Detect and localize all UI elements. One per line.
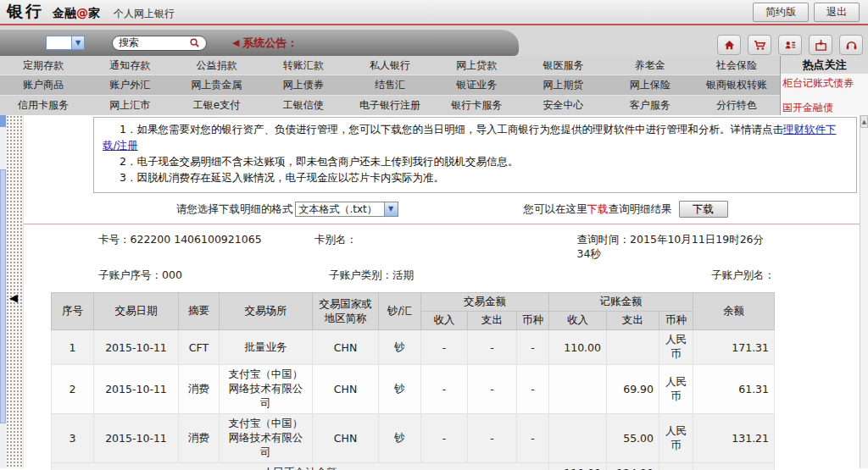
total-label: 人民币合计金额 [52,463,549,470]
scroll-up-icon[interactable]: ▲ [860,115,868,128]
nav-item[interactable]: 银证业务 [433,78,520,92]
notes-box: 1．如果您需要对您的银行资产、负债进行管理，您可以下载您的当日明细，导入工商银行… [93,117,857,193]
download-hint-link[interactable]: 下载 [587,202,609,215]
note-2: 2．电子现金交易明细不含未达账项，即未包含商户还未上传到我行的脱机交易信息。 [103,153,848,169]
nav-item[interactable]: 工银e支付 [173,98,259,113]
transaction-table: 序号 交易日期 摘要 交易场所 交易国家或地区简称 钞/汇 交易金额 记账金额 … [51,292,775,470]
nav-item[interactable]: 安全中心 [520,98,606,113]
col-summary: 摘要 [179,293,220,330]
table-total-row: 人民币合计金额 110.00 124.90 [52,463,775,470]
col-txn-cur: 币种 [517,312,549,330]
hot-topics-title: 热点关注 [781,56,868,74]
table-row: 3 2015-10-11 消费 支付宝（中国）网络技术有限公司 CHN 钞 - … [52,414,775,463]
nav-item[interactable]: 分行特色 [693,98,780,113]
top-bar: 银行 金融@家 个人网上银行 简约版 退出 [0,0,868,25]
nav-item[interactable]: 转账汇款 [260,58,347,73]
nav-item[interactable]: 网上保险 [607,78,693,92]
nav-item[interactable]: 工银信使 [260,98,347,113]
content-area: ◀ ▲ 1．如果您需要对您的银行资产、负债进行管理，您可以下载您的当日明细，导入… [0,115,868,468]
col-balance: 余额 [693,293,775,330]
headset-icon[interactable] [839,35,863,55]
card-number: 卡号：622200 1406100921065 [98,233,314,262]
hot-link-otc-bonds[interactable]: 柜台记账式债券 [781,74,868,91]
col-book-in: 收入 [549,312,607,330]
nav-item[interactable]: 养老金 [607,58,693,73]
search-input[interactable]: 搜索 [112,36,207,51]
announcement-speaker-icon: ◀ [232,37,239,48]
home-icon[interactable] [717,35,741,55]
collapse-left-icon[interactable]: ◀ [9,291,18,304]
divider [24,224,860,224]
col-country: 交易国家或地区简称 [313,293,379,330]
left-scrollbar-thumb[interactable] [0,169,6,423]
page-title: 个人网上银行 [114,7,175,21]
nav-row-3: 信用卡服务 网上汇市 工银e支付 工银信使 电子银行注册 银行卡服务 安全中心 … [0,96,780,115]
quick-icon-bar [717,35,863,55]
left-scrollbar-button[interactable] [0,115,6,127]
download-button[interactable]: 下载 [679,201,728,218]
nav-item[interactable]: 银商银权转账 [693,78,780,92]
nav-rows: 定期存款 通知存款 公益捐款 转账汇款 私人银行 网上贷款 银医服务 养老金 社… [0,56,780,115]
brand: 银行 金融@家 个人网上银行 [7,1,175,23]
card-alias: 卡别名： [314,233,577,262]
nav-item[interactable]: 网上债券 [260,78,347,92]
nav-item[interactable]: 私人银行 [347,58,433,73]
chevron-down-icon[interactable]: ▼ [71,36,84,49]
hot-link-cdb-bonds[interactable]: 国开金融债 [781,98,868,115]
sub-account-seq: 子账户序号：000 [98,268,329,283]
nav-item[interactable]: 定期存款 [0,58,86,73]
nav-item[interactable]: 网上期货 [520,78,606,92]
col-book-cur: 币种 [659,312,693,330]
nav-item[interactable]: 电子银行注册 [347,98,433,113]
nav-item[interactable]: 客户服务 [607,98,693,113]
nav-item[interactable]: 网上贷款 [433,58,520,73]
top-actions: 简约版 退出 [753,3,860,22]
toolbar: ▼ 搜索 ◀ 系统公告： [0,25,868,56]
col-group-txn-amount: 交易金额 [421,293,549,312]
sub-account-alias: 子账户别名： [711,268,775,283]
download-hint: 您可以在这里下载查询明细结果 [524,202,672,217]
table-header: 序号 交易日期 摘要 交易场所 交易国家或地区简称 钞/汇 交易金额 记账金额 … [52,293,775,330]
nav-item[interactable]: 信用卡服务 [0,98,86,113]
contacts-icon[interactable] [778,35,802,55]
nav-item[interactable]: 结售汇 [347,78,433,92]
nav-item[interactable]: 银医服务 [520,58,606,73]
content-inner: 1．如果您需要对您的银行资产、负债进行管理，您可以下载您的当日明细，导入工商银行… [24,115,860,468]
col-txn-in: 收入 [421,312,468,330]
nav-item[interactable]: 账户外汇 [86,78,173,92]
nav-item[interactable]: 网上汇市 [86,98,173,113]
nav-item[interactable]: 网上贵金属 [173,78,259,92]
total-book-out: 124.90 [607,463,659,470]
simple-version-button[interactable]: 简约版 [753,3,809,22]
nav-item[interactable]: 银行卡服务 [433,98,520,113]
nav-item[interactable]: 通知存款 [86,58,173,73]
col-date: 交易日期 [94,293,179,330]
hot-topics-panel: 热点关注 柜台记账式债券 国开金融债 [780,56,868,115]
download-format-select[interactable]: 文本格式（.txt） ▼ [295,202,398,217]
col-book-out: 支出 [607,312,659,330]
search-icon[interactable] [189,37,200,48]
account-info: 卡号：622200 1406100921065 卡别名： 查询时间：2015年1… [98,229,775,286]
chevron-down-icon[interactable]: ▼ [384,202,398,216]
nav-item[interactable]: 公益捐款 [173,58,259,73]
col-place: 交易场所 [220,293,313,330]
left-scrollbar[interactable] [0,115,6,468]
brand-at-symbol: @ [76,6,88,19]
cart-icon[interactable] [748,35,771,55]
logout-button[interactable]: 退出 [814,3,860,22]
page: 银行 金融@家 个人网上银行 简约版 退出 ▼ 搜索 ◀ 系统公告： [0,0,868,470]
table-row: 1 2015-10-11 CFT 批量业务 CHN 钞 - - - 110.00… [52,330,775,365]
col-group-book-amount: 记账金额 [549,293,693,312]
right-scrollbar[interactable]: ▲ [860,115,868,468]
quick-menu-select[interactable]: ▼ [46,36,85,50]
download-row: 请您选择下载明细的格式 文本格式（.txt） ▼ 您可以在这里下载查询明细结果 … [176,201,860,218]
download-format-value: 文本格式（.txt） [296,202,384,217]
mail-download-icon[interactable] [809,35,832,55]
announcement-label: 系统公告： [242,36,298,51]
panel-collapse-strip[interactable]: ◀ [6,115,24,468]
account-row-1: 卡号：622200 1406100921065 卡别名： 查询时间：2015年1… [98,229,775,265]
nav-row-2: 账户商品 账户外汇 网上贵金属 网上债券 结售汇 银证业务 网上期货 网上保险 … [0,75,780,96]
col-seq: 序号 [52,293,94,330]
nav-item[interactable]: 账户商品 [0,78,86,92]
nav-item[interactable]: 社会保险 [693,58,780,73]
